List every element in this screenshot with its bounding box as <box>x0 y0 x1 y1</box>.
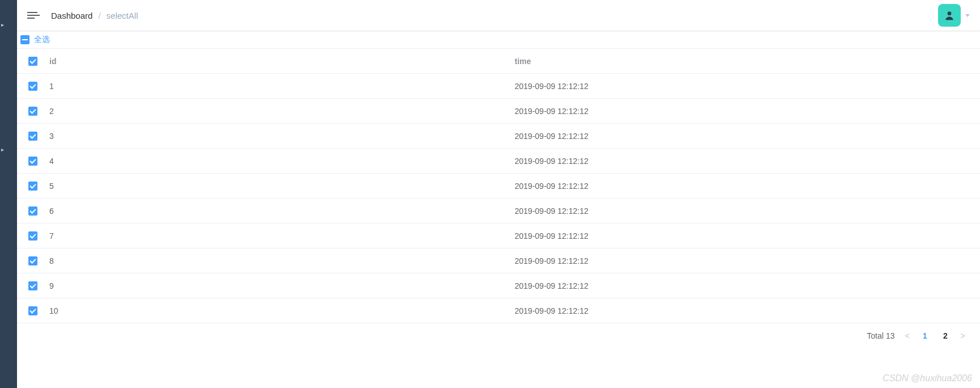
cell-time: 2019-09-09 12:12:12 <box>515 231 981 241</box>
cell-time: 2019-09-09 12:12:12 <box>515 132 981 141</box>
cell-time: 2019-09-09 12:12:12 <box>515 157 981 166</box>
chevron-right-icon: ▸ <box>1 146 4 153</box>
table-row[interactable]: 32019-09-09 12:12:12 <box>17 124 980 149</box>
cell-time: 2019-09-09 12:12:12 <box>515 206 981 216</box>
breadcrumb: Dashboard / selectAll <box>51 11 138 20</box>
breadcrumb-root[interactable]: Dashboard <box>51 11 92 20</box>
column-header-id[interactable]: id <box>48 57 515 66</box>
cell-id: 1 <box>48 82 515 91</box>
table-row[interactable]: 92019-09-09 12:12:12 <box>17 273 980 298</box>
svg-point-0 <box>948 11 952 15</box>
cell-id: 6 <box>48 206 515 216</box>
row-checkbox[interactable] <box>28 107 37 116</box>
sidebar-collapsed[interactable]: ▸ ▸ <box>0 0 17 388</box>
row-checkbox[interactable] <box>28 281 37 290</box>
column-header-time[interactable]: time <box>515 57 981 66</box>
table-header-row: id time <box>17 49 980 74</box>
pagination-total: Total 13 <box>867 331 895 340</box>
pagination: Total 13 < 12 > <box>17 323 980 346</box>
table-row[interactable]: 102019-09-09 12:12:12 <box>17 298 980 323</box>
top-navbar: Dashboard / selectAll <box>17 0 980 31</box>
avatar[interactable] <box>938 4 961 27</box>
select-all-checkbox[interactable] <box>20 35 29 44</box>
table-row[interactable]: 12019-09-09 12:12:12 <box>17 74 980 99</box>
cell-id: 9 <box>48 281 515 290</box>
cell-time: 2019-09-09 12:12:12 <box>515 281 981 290</box>
table-row[interactable]: 62019-09-09 12:12:12 <box>17 199 980 223</box>
pagination-page[interactable]: 1 <box>920 331 930 340</box>
cell-time: 2019-09-09 12:12:12 <box>515 306 981 315</box>
row-checkbox[interactable] <box>28 231 37 241</box>
table-row[interactable]: 22019-09-09 12:12:12 <box>17 99 980 124</box>
cell-time: 2019-09-09 12:12:12 <box>515 256 981 265</box>
pagination-page[interactable]: 2 <box>940 331 951 340</box>
select-all-row: 全选 <box>17 31 980 48</box>
cell-id: 7 <box>48 231 515 241</box>
row-checkbox[interactable] <box>28 157 37 166</box>
chevron-right-icon: ▸ <box>1 22 4 28</box>
cell-id: 8 <box>48 256 515 265</box>
table-row[interactable]: 72019-09-09 12:12:12 <box>17 223 980 248</box>
user-avatar-icon <box>944 10 955 21</box>
row-checkbox[interactable] <box>28 256 37 265</box>
chevron-down-icon[interactable] <box>965 14 970 17</box>
table-row[interactable]: 52019-09-09 12:12:12 <box>17 174 980 199</box>
breadcrumb-separator: / <box>98 11 100 20</box>
select-all-label[interactable]: 全选 <box>34 35 50 45</box>
cell-time: 2019-09-09 12:12:12 <box>515 82 981 91</box>
table-row[interactable]: 42019-09-09 12:12:12 <box>17 149 980 174</box>
row-checkbox[interactable] <box>28 82 37 91</box>
cell-time: 2019-09-09 12:12:12 <box>515 182 981 191</box>
content-area: 全选 id time 12019-09-09 12:12:1222019-09-… <box>17 31 980 388</box>
row-checkbox[interactable] <box>28 206 37 216</box>
row-checkbox[interactable] <box>28 306 37 315</box>
pagination-prev[interactable]: < <box>903 331 912 340</box>
data-table: id time 12019-09-09 12:12:1222019-09-09 … <box>17 48 980 323</box>
cell-id: 10 <box>48 306 515 315</box>
header-checkbox[interactable] <box>28 57 37 66</box>
row-checkbox[interactable] <box>28 182 37 191</box>
hamburger-icon[interactable] <box>27 9 40 22</box>
cell-id: 5 <box>48 182 515 191</box>
cell-id: 4 <box>48 157 515 166</box>
pagination-next[interactable]: > <box>958 331 968 340</box>
cell-id: 2 <box>48 107 515 116</box>
cell-id: 3 <box>48 132 515 141</box>
table-row[interactable]: 82019-09-09 12:12:12 <box>17 248 980 273</box>
breadcrumb-current: selectAll <box>107 11 138 20</box>
cell-time: 2019-09-09 12:12:12 <box>515 107 981 116</box>
row-checkbox[interactable] <box>28 132 37 141</box>
